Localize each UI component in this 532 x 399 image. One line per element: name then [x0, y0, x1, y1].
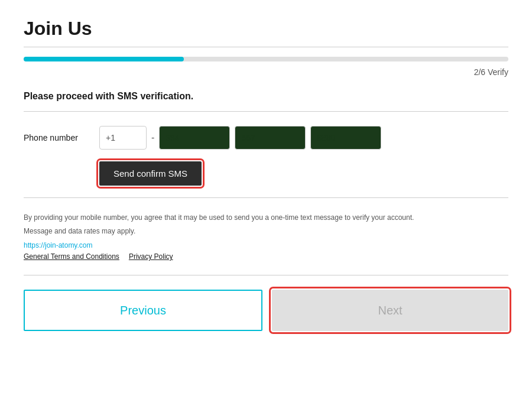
next-button[interactable]: Next	[272, 290, 508, 331]
bottom-divider	[24, 275, 508, 275]
nav-buttons: Previous Next	[24, 290, 508, 331]
send-sms-button[interactable]: Send confirm SMS	[99, 161, 202, 186]
progress-bar-container	[24, 57, 508, 61]
terms-text-line1: By providing your mobile number, you agr…	[24, 212, 508, 223]
phone-row: Phone number -	[24, 126, 508, 150]
phone-country-code[interactable]	[99, 126, 147, 150]
phone-part2[interactable]	[235, 126, 306, 150]
terms-text-line2: Message and data rates may apply.	[24, 226, 508, 237]
above-terms-divider	[24, 197, 508, 198]
phone-label: Phone number	[24, 133, 95, 142]
progress-bar-fill	[24, 57, 184, 61]
section-title: Please proceed with SMS verification.	[24, 91, 508, 102]
title-divider	[24, 47, 508, 47]
phone-part1[interactable]	[159, 126, 230, 150]
send-sms-wrapper: Send confirm SMS	[99, 161, 508, 186]
page-title: Join Us	[24, 18, 508, 40]
terms-links-row: General Terms and Conditions Privacy Pol…	[24, 252, 508, 261]
section-divider	[24, 111, 508, 112]
general-terms-link[interactable]: General Terms and Conditions	[24, 252, 119, 261]
step-indicator: 2/6 Verify	[24, 67, 508, 77]
terms-link-url[interactable]: https://join-atomy.com	[24, 241, 92, 249]
terms-section: By providing your mobile number, you agr…	[24, 212, 508, 261]
phone-part3[interactable]	[310, 126, 381, 150]
privacy-policy-link[interactable]: Privacy Policy	[129, 252, 173, 261]
phone-dash: -	[151, 132, 154, 143]
previous-button[interactable]: Previous	[24, 290, 262, 331]
